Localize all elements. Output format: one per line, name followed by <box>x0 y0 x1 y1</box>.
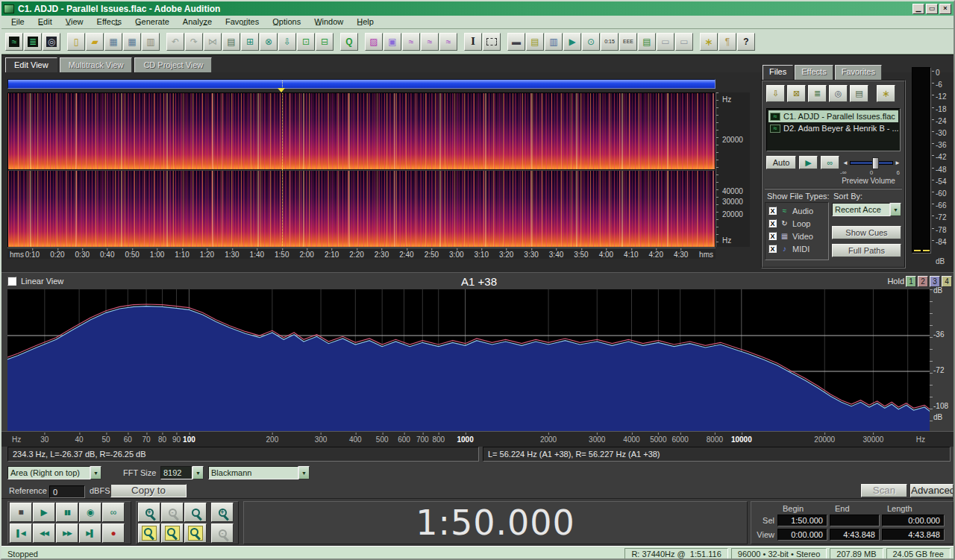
device-settings-button[interactable]: ∗ <box>700 33 718 51</box>
zoom-out-button[interactable]: - <box>161 503 184 522</box>
horizontal-scrollbar[interactable] <box>7 79 716 89</box>
sel-end-cell[interactable] <box>830 515 880 526</box>
pause-button[interactable]: ▮▮ <box>56 503 78 522</box>
slider-right-arrow-icon[interactable]: ► <box>895 160 901 166</box>
show-video-window-button[interactable]: ▭ <box>657 33 674 51</box>
effects-checklist-button[interactable]: ▣ <box>383 33 401 51</box>
paste-to-new-button[interactable]: ⊡ <box>297 33 315 51</box>
reference-input[interactable] <box>49 485 85 498</box>
scripts-button[interactable]: ¶ <box>718 33 736 51</box>
preview-loop-button[interactable]: ∞ <box>821 156 839 169</box>
menu-options[interactable]: O̲ptions <box>266 16 307 28</box>
area-mode-dropdown[interactable]: Area (Right on top) ▼ <box>7 466 101 479</box>
go-to-end-button[interactable]: ▶▌ <box>79 523 101 543</box>
window-function-dropdown[interactable]: Blackmann ▼ <box>208 466 310 479</box>
menu-effects[interactable]: Effect̲s <box>90 16 128 28</box>
menu-analyze[interactable]: Analyz̲e <box>176 16 219 28</box>
undo-button[interactable]: ↶ <box>166 33 184 51</box>
volume-thumb[interactable] <box>872 157 879 169</box>
redo-button[interactable]: ↷ <box>185 33 203 51</box>
show-phase-analysis-button[interactable]: ⊙ <box>582 33 600 51</box>
view-begin-cell[interactable]: 0:00.000 <box>777 529 827 541</box>
rewind-button[interactable]: ◀◀ <box>33 523 55 543</box>
show-play-list-button[interactable]: ▶ <box>563 33 581 51</box>
current-time-display[interactable]: 1:50.000 <box>244 502 747 544</box>
open-file-button[interactable]: ▰ <box>86 33 104 51</box>
play-looped-button[interactable]: ◉ <box>79 503 101 522</box>
hold-1-button[interactable]: 1 <box>906 276 916 287</box>
show-cues-button[interactable]: Show Cues <box>832 226 901 239</box>
auto-play-toggle[interactable]: Auto <box>766 156 796 169</box>
view-end-cell[interactable]: 4:43.848 <box>830 529 880 541</box>
save-as-button[interactable]: ▦ <box>123 33 141 51</box>
preview-play-button[interactable]: ▶ <box>799 156 818 169</box>
preview-volume-slider[interactable]: ◄ ► <box>842 156 901 169</box>
level-meter[interactable]: 0-6-12-18-24-30-36-42-48-54-60-66-72-78-… <box>907 65 955 268</box>
fft-size-dropdown[interactable]: 8192 ▼ <box>160 466 204 479</box>
sort-dropdown-arrow-icon[interactable]: ▼ <box>890 203 901 216</box>
show-frames-window-button[interactable]: EEE <box>619 33 637 51</box>
show-small-window-button[interactable]: ▭ <box>675 33 693 51</box>
marquee-select-tool-button[interactable] <box>483 33 501 51</box>
sel-begin-cell[interactable]: 1:50.000 <box>777 515 827 526</box>
tab-multitrack-view[interactable]: Multitrack View <box>60 57 133 72</box>
show-mixer-button[interactable]: ▤ <box>638 33 656 51</box>
copy-button[interactable]: ⊞ <box>241 33 259 51</box>
close-file-button[interactable]: ⊠ <box>787 85 806 102</box>
multitrack-view-button[interactable]: ≣ <box>24 33 42 51</box>
organizer-tab-favorites[interactable]: Favorites <box>835 65 882 80</box>
show-organizer-button[interactable]: ▬ <box>507 33 525 51</box>
scan-button[interactable]: Scan <box>861 484 907 497</box>
play-button[interactable]: ▶ <box>33 503 55 522</box>
menu-help[interactable]: H̲elp <box>350 16 381 28</box>
edit-view-button[interactable]: ≈ <box>5 33 23 51</box>
scripts-batch-button[interactable]: Q <box>340 33 358 51</box>
file-list-item[interactable]: ≈C1. ADJD - Parallel Issues.flac <box>768 110 898 122</box>
file-list-item[interactable]: ≈D2. Adam Beyer & Henrik B - ... <box>768 122 898 134</box>
full-paths-button[interactable]: Full Paths <box>832 244 901 257</box>
loop-checkbox[interactable]: X <box>768 219 777 227</box>
spectrogram-left-channel[interactable] <box>8 93 715 169</box>
sel-length-cell[interactable]: 0:00.000 <box>882 515 945 526</box>
show-time-window-button[interactable]: 0:15 <box>601 33 619 51</box>
title-bar[interactable]: C1. ADJD - Parallel Issues.flac - Adobe … <box>1 1 954 16</box>
window-dropdown-arrow-icon[interactable]: ▼ <box>298 466 310 479</box>
hold-2-button[interactable]: 2 <box>918 276 928 287</box>
import-file-button[interactable]: ⇩ <box>766 85 785 102</box>
video-checkbox[interactable]: X <box>768 232 777 240</box>
spectrogram-display[interactable] <box>7 92 716 247</box>
zoom-to-selection-button[interactable] <box>161 523 184 543</box>
copy-to-new-button[interactable]: ⊟ <box>316 33 334 51</box>
edit-file-button[interactable]: ▤ <box>850 85 868 102</box>
show-cue-list-button[interactable]: ▥ <box>545 33 563 51</box>
zoom-to-selection-left-button[interactable] <box>138 523 160 543</box>
menu-favorites[interactable]: Favor̲ites <box>219 16 266 28</box>
loop-button[interactable]: ∞ <box>102 503 125 522</box>
tab-cd-project-view[interactable]: CD Project View <box>134 57 212 72</box>
go-to-beginning-button[interactable]: ▌◀ <box>10 523 32 543</box>
volume-track[interactable] <box>850 161 893 165</box>
file-list[interactable]: ≈C1. ADJD - Parallel Issues.flac≈D2. Ada… <box>766 108 901 151</box>
tab-edit-view[interactable]: Edit View <box>5 57 57 72</box>
trim-button[interactable]: ⋈ <box>204 33 222 51</box>
close-button[interactable]: × <box>939 4 951 14</box>
insert-into-cd-button[interactable]: ◎ <box>829 85 848 102</box>
menu-view[interactable]: V̲iew <box>59 16 90 28</box>
advanced-button[interactable]: Advanced <box>910 484 954 497</box>
slider-left-arrow-icon[interactable]: ◄ <box>842 160 848 166</box>
view-length-cell[interactable]: 4:43.848 <box>882 529 945 541</box>
organizer-tab-files[interactable]: Files <box>763 65 793 80</box>
cut-button[interactable]: ⊗ <box>260 33 278 51</box>
convert-sample-type-button[interactable]: ▤ <box>222 33 240 51</box>
effect-preset-2-button[interactable]: ≈ <box>421 33 439 51</box>
area-dropdown-arrow-icon[interactable]: ▼ <box>90 466 101 479</box>
menu-edit[interactable]: E̲dit <box>31 16 59 28</box>
zoom-full-button[interactable] <box>184 503 207 522</box>
menu-file[interactable]: F̲ile <box>4 16 31 28</box>
effect-preset-1-button[interactable]: ≈ <box>402 33 420 51</box>
record-button[interactable]: ● <box>102 523 125 543</box>
effect-preset-3-button[interactable]: ≈ <box>439 33 457 51</box>
fft-dropdown-arrow-icon[interactable]: ▼ <box>192 466 204 479</box>
zoom-to-selection-right-button[interactable] <box>184 523 207 543</box>
hold-3-button[interactable]: 3 <box>930 276 940 287</box>
